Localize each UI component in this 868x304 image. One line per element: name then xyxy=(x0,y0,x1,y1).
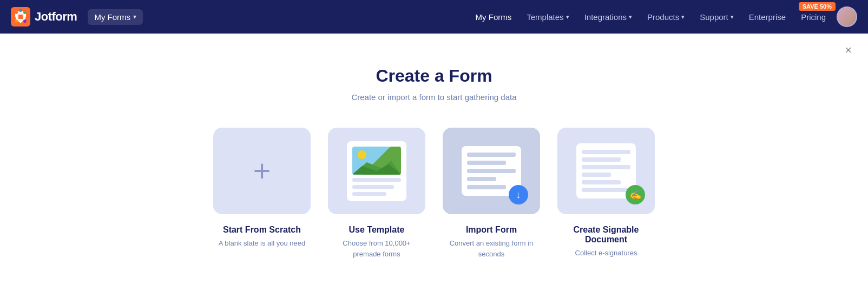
svg-point-2 xyxy=(23,11,27,14)
products-chevron-icon: ▾ xyxy=(681,14,685,21)
modal-subtitle: Create or import a form to start gatheri… xyxy=(351,92,516,102)
signable-line-3 xyxy=(582,165,630,169)
signable-card-title: Create Signable Document xyxy=(557,225,655,244)
cards-row: + Start From Scratch A blank slate is al… xyxy=(213,128,655,259)
scratch-card-visual: + xyxy=(213,128,311,214)
signable-line-6 xyxy=(582,188,630,192)
card-scratch[interactable]: + Start From Scratch A blank slate is al… xyxy=(213,128,311,249)
import-line-2 xyxy=(467,161,506,165)
my-forms-chevron-icon: ▾ xyxy=(133,13,136,21)
scratch-card-desc: A blank slate is all you need xyxy=(219,238,305,249)
nav-link-myforms[interactable]: My Forms xyxy=(469,8,518,26)
svg-point-1 xyxy=(15,11,18,14)
avatar-image xyxy=(838,8,856,26)
import-line-5 xyxy=(467,185,506,189)
signable-line-2 xyxy=(582,157,621,162)
plus-icon: + xyxy=(253,156,271,186)
save-badge: SAVE 50% xyxy=(799,2,836,11)
logo-text: Jotform xyxy=(35,10,77,24)
import-card-title: Import Form xyxy=(466,225,517,235)
card-signable[interactable]: ✍ Create Signable Document Collect e-sig… xyxy=(557,128,655,259)
template-inner-doc xyxy=(347,141,406,201)
my-forms-btn-label: My Forms xyxy=(94,12,130,22)
nav-link-integrations[interactable]: Integrations ▾ xyxy=(578,8,639,26)
navbar: Jotform My Forms ▾ My Forms Templates ▾ … xyxy=(0,0,868,34)
template-card-title: Use Template xyxy=(349,225,405,235)
nav-link-support[interactable]: Support ▾ xyxy=(693,8,740,26)
import-line-3 xyxy=(467,169,516,173)
signable-card-desc: Collect e-signatures xyxy=(575,248,637,259)
card-template[interactable]: Use Template Choose from 10,000+ premade… xyxy=(328,128,425,259)
signature-icon: ✍ xyxy=(626,185,645,204)
logo[interactable]: Jotform xyxy=(11,7,77,27)
nav-link-products[interactable]: Products ▾ xyxy=(641,8,691,26)
close-button[interactable]: × xyxy=(845,44,852,56)
signable-line-1 xyxy=(582,150,630,154)
avatar[interactable] xyxy=(837,6,857,27)
svg-point-5 xyxy=(23,19,27,23)
template-line-2 xyxy=(352,185,394,189)
card-import[interactable]: ↓ Import Form Convert an existing form i… xyxy=(443,128,540,259)
integrations-chevron-icon: ▾ xyxy=(629,14,632,21)
template-line-1 xyxy=(352,178,401,182)
my-forms-dropdown-button[interactable]: My Forms ▾ xyxy=(88,9,143,25)
import-line-4 xyxy=(467,177,496,181)
sun-icon xyxy=(358,150,366,159)
modal-title: Create a Form xyxy=(376,66,492,86)
templates-chevron-icon: ▾ xyxy=(566,14,569,21)
nav-link-templates[interactable]: Templates ▾ xyxy=(520,8,575,26)
nav-links: My Forms Templates ▾ Integrations ▾ Prod… xyxy=(469,8,832,26)
template-image-area xyxy=(352,147,401,175)
template-line-3 xyxy=(352,192,386,196)
nav-link-enterprise[interactable]: Enterprise xyxy=(742,8,792,26)
svg-point-3 xyxy=(19,9,22,12)
scratch-card-title: Start From Scratch xyxy=(223,225,301,235)
template-card-desc: Choose from 10,000+ premade forms xyxy=(328,238,425,259)
signable-line-4 xyxy=(582,173,611,177)
import-line-1 xyxy=(467,153,516,157)
signable-line-5 xyxy=(582,180,621,184)
import-card-desc: Convert an existing form in seconds xyxy=(443,238,540,259)
svg-point-4 xyxy=(15,19,18,23)
import-card-visual: ↓ xyxy=(443,128,540,214)
template-card-visual xyxy=(328,128,425,214)
signable-card-visual: ✍ xyxy=(557,128,655,214)
create-form-modal: × Create a Form Create or import a form … xyxy=(0,34,868,304)
download-icon: ↓ xyxy=(509,185,528,204)
jotform-logo-icon xyxy=(11,7,30,27)
support-chevron-icon: ▾ xyxy=(731,14,734,21)
